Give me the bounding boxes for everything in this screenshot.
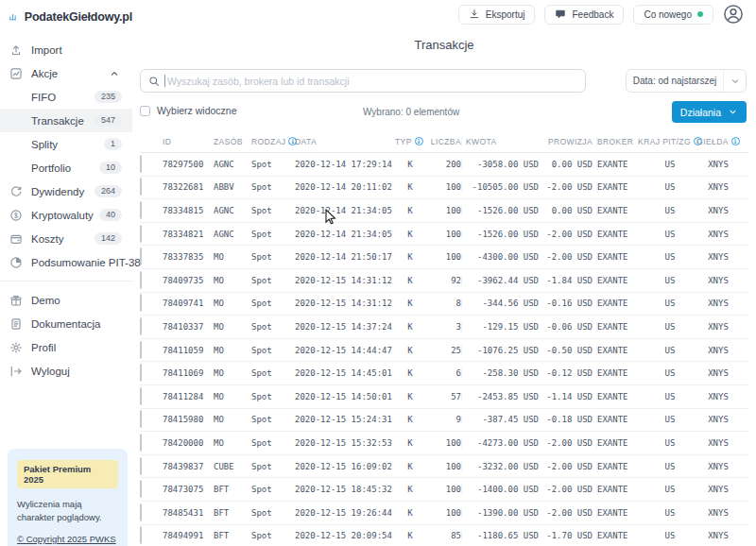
column-header-typ[interactable]: TYPi <box>395 137 425 146</box>
column-header-broker[interactable]: BROKER <box>597 137 643 146</box>
sidebar-item-dywidendy[interactable]: Dywidendy264 <box>0 179 132 203</box>
cell-kwota: -3058.00 USD <box>461 160 539 169</box>
sidebar-item-koszty[interactable]: Koszty142 <box>0 227 132 250</box>
cell-zasob: ABBV <box>214 182 251 192</box>
row-checkbox[interactable] <box>140 410 142 428</box>
table-row[interactable]: 78334821AGNCSpot2020-12-14 21:34:05K100-… <box>140 223 748 247</box>
column-header-id[interactable]: ID <box>163 137 214 146</box>
cell-prowizja: -2.00 USD <box>539 252 597 262</box>
info-icon[interactable]: i <box>731 137 740 145</box>
sidebar-item-transakcje[interactable]: Transakcje547 <box>0 109 132 132</box>
cell-kraj-pit-zg: US <box>643 160 697 169</box>
export-button[interactable]: Eksportuj <box>458 5 536 25</box>
row-checkbox[interactable] <box>140 247 142 265</box>
table-row[interactable]: 78415980MOSpot2020-12-15 15:24:31K9-387.… <box>140 409 748 433</box>
sidebar-item-profil[interactable]: Profil <box>0 335 132 359</box>
column-header-liczba[interactable]: LICZBA <box>425 137 461 146</box>
cell-gielda: XNYS <box>697 462 739 471</box>
row-checkbox[interactable] <box>140 317 142 335</box>
cell-prowizja: -0.16 USD <box>539 299 597 308</box>
table-row[interactable]: 78297500AGNCSpot2020-12-14 17:29:14K200-… <box>140 153 748 177</box>
table-row[interactable]: 78439837CUBESpot2020-12-15 16:09:02K100-… <box>140 455 748 479</box>
sidebar-item-splity[interactable]: Splity1 <box>0 132 132 156</box>
disclaimer-text: Wyliczenia mają charakter poglądowy. <box>17 498 118 524</box>
cell-zasob: MO <box>214 252 251 262</box>
chevron-up-icon[interactable] <box>109 68 120 79</box>
column-header-zasob[interactable]: ZASÓB <box>214 137 251 146</box>
cell-typ: K <box>395 299 425 308</box>
count-badge: 40 <box>99 209 122 221</box>
sidebar-item-akcje[interactable]: Akcje <box>0 61 132 85</box>
table-row[interactable]: 78322681ABBVSpot2020-12-14 20:11:02K100-… <box>140 177 748 200</box>
cell-kwota: -2453.85 USD <box>461 392 539 401</box>
row-checkbox[interactable] <box>140 503 142 521</box>
table-row[interactable]: 78334815AGNCSpot2020-12-14 21:34:05K100-… <box>140 199 748 223</box>
table-row[interactable]: 78409741MOSpot2020-12-15 14:31:12K8-344.… <box>140 293 748 316</box>
sidebar-item-dokumentacja[interactable]: Dokumentacja <box>0 312 132 335</box>
cell-prowizja: -2.00 USD <box>539 485 597 494</box>
sidebar-item-fifo[interactable]: FIFO235 <box>0 85 132 109</box>
cell-zasob: MO <box>214 392 251 401</box>
row-checkbox[interactable] <box>140 155 142 173</box>
column-header-prowizja[interactable]: PROWIZJA <box>539 137 597 146</box>
cell-liczba: 6 <box>425 368 461 378</box>
sidebar: PodatekGiełdowy.pl ImportAkcjeFIFO235Tra… <box>0 0 132 546</box>
sidebar-item-podsumowanie-pit-38[interactable]: Podsumowanie PIT-38 <box>0 250 132 274</box>
select-visible-checkbox[interactable]: Wybierz widoczne <box>140 105 237 116</box>
table-row[interactable]: 78337835MOSpot2020-12-14 21:50:17K100-43… <box>140 246 748 269</box>
search-input[interactable] <box>165 76 585 87</box>
table-row[interactable]: 78410337MOSpot2020-12-15 14:37:24K3-129.… <box>140 316 748 339</box>
sidebar-item-import[interactable]: Import <box>0 38 132 61</box>
info-icon[interactable]: i <box>415 137 423 145</box>
column-header-rodzaj[interactable]: RODZAJi <box>251 137 295 146</box>
cell-rodzaj: Spot <box>251 206 295 215</box>
cell-prowizja: -0.50 USD <box>539 346 597 355</box>
row-checkbox[interactable] <box>140 364 142 382</box>
row-checkbox[interactable] <box>140 434 142 452</box>
row-checkbox[interactable] <box>140 271 142 289</box>
feedback-button[interactable]: Feedback <box>544 5 624 25</box>
app-logo[interactable]: PodatekGiełdowy.pl <box>0 0 132 25</box>
sidebar-item-wyloguj[interactable]: Wyloguj <box>0 359 132 383</box>
sidebar-item-portfolio[interactable]: Portfolio10 <box>0 156 132 179</box>
row-checkbox[interactable] <box>140 457 142 475</box>
actions-button[interactable]: Działania <box>672 101 747 123</box>
row-checkbox[interactable] <box>140 387 142 405</box>
table-row[interactable]: 78411069MOSpot2020-12-15 14:45:01K6-258.… <box>140 362 748 385</box>
cell-typ: K <box>395 392 425 401</box>
column-header-gielda[interactable]: GIEŁDAi <box>697 137 739 146</box>
column-header-data[interactable]: DATA <box>295 137 395 146</box>
column-header-kraj-pit-zg[interactable]: KRAJ PIT/ZGi <box>643 137 697 146</box>
cell-id: 78409741 <box>163 299 214 308</box>
table-row[interactable]: 78411284MOSpot2020-12-15 14:50:01K57-245… <box>140 385 748 409</box>
sidebar-item-label: Import <box>31 44 132 56</box>
table-row[interactable]: 78420000MOSpot2020-12-15 15:32:53K100-42… <box>140 432 748 455</box>
row-checkbox[interactable] <box>140 225 142 243</box>
cell-prowizja: -1.70 USD <box>539 531 597 540</box>
column-header-kwota[interactable]: KWOTA <box>461 137 539 146</box>
sort-dropdown[interactable]: Data: od najstarszej <box>626 69 747 93</box>
table-row[interactable]: 78485431BFTSpot2020-12-15 19:26:44K100-1… <box>140 502 748 525</box>
checkbox-icon[interactable] <box>140 106 150 116</box>
copyright-link[interactable]: © Copyright 2025 PWKS <box>17 534 116 544</box>
row-checkbox[interactable] <box>140 341 142 359</box>
row-checkbox[interactable] <box>140 526 142 544</box>
cell-data: 2020-12-15 19:26:44 <box>295 508 395 518</box>
gift-icon <box>9 294 23 307</box>
row-checkbox[interactable] <box>140 201 142 219</box>
cell-id: 78322681 <box>163 182 214 192</box>
chevron-down-icon <box>723 70 746 92</box>
row-checkbox[interactable] <box>140 178 142 196</box>
cell-broker: EXANTE <box>597 462 643 471</box>
whats-new-button[interactable]: Co nowego <box>633 5 713 25</box>
table-row[interactable]: 78473075BFTSpot2020-12-15 18:45:32K100-1… <box>140 478 748 502</box>
avatar[interactable] <box>723 4 744 25</box>
row-checkbox[interactable] <box>140 480 142 498</box>
table-row[interactable]: 78411059MOSpot2020-12-15 14:44:47K25-107… <box>140 339 748 363</box>
sidebar-item-demo[interactable]: Demo <box>0 288 132 312</box>
row-checkbox[interactable] <box>140 294 142 312</box>
table-row[interactable]: 78409735MOSpot2020-12-15 14:31:12K92-396… <box>140 269 748 293</box>
table-row[interactable]: 78494991BFTSpot2020-12-15 20:09:54K85-11… <box>140 525 748 546</box>
cell-rodzaj: Spot <box>251 346 295 355</box>
sidebar-item-kryptowaluty[interactable]: Kryptowaluty40 <box>0 203 132 227</box>
